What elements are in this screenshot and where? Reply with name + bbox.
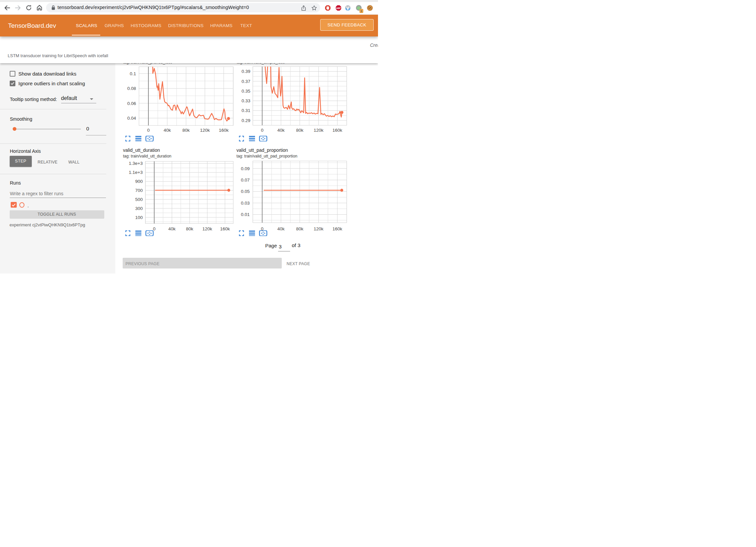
svg-text:0.01: 0.01: [241, 212, 250, 217]
svg-text:0.05: 0.05: [241, 189, 250, 194]
svg-text:0.03: 0.03: [241, 201, 250, 206]
svg-text:120k: 120k: [313, 226, 324, 231]
svg-text:ABP: ABP: [336, 7, 341, 9]
svg-text:0.07: 0.07: [241, 178, 250, 183]
svg-text:80k: 80k: [296, 226, 303, 231]
svg-text:40k: 40k: [277, 226, 285, 231]
svg-text:0.09: 0.09: [241, 166, 250, 171]
svg-text:160k: 160k: [333, 226, 343, 231]
svg-text:1: 1: [361, 9, 362, 13]
